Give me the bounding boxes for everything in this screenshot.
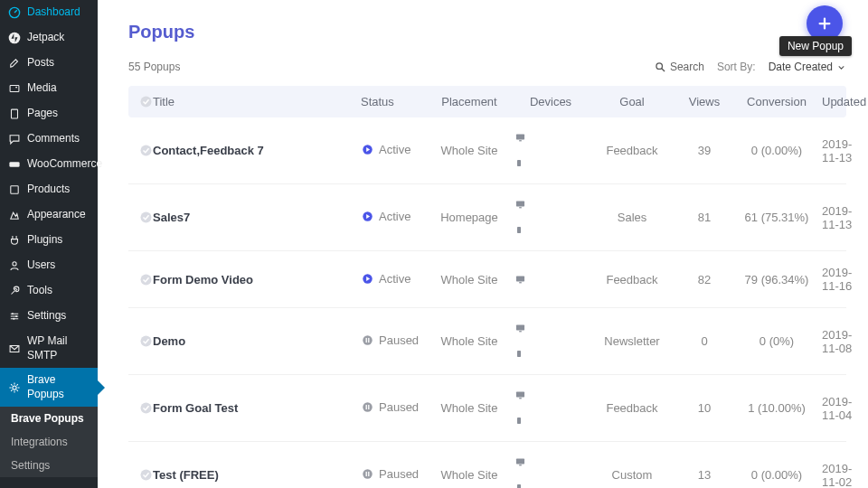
header-updated[interactable]: Updated — [822, 95, 866, 108]
row-select-checkbox[interactable] — [139, 144, 153, 157]
cell-placement: Whole Site — [424, 144, 514, 157]
row-select-checkbox[interactable] — [139, 211, 153, 224]
products-icon — [7, 183, 22, 197]
table-row[interactable]: Form Goal TestPausedWhole SiteFeedback10… — [128, 375, 846, 442]
row-select-checkbox[interactable] — [139, 468, 153, 482]
submenu-item-settings[interactable]: Settings — [0, 454, 98, 477]
sidebar-item-label: Products — [27, 183, 70, 197]
cell-updated: 2019-11-08 — [822, 328, 852, 355]
mobile-icon — [514, 415, 587, 427]
desktop-icon — [514, 274, 587, 286]
check-circle-icon — [139, 273, 153, 286]
row-select-checkbox[interactable] — [139, 273, 153, 286]
cell-conversion: 0 (0%) — [731, 334, 822, 348]
pin-icon — [7, 56, 22, 70]
sidebar-submenu: Brave Popups Integrations Settings — [0, 407, 98, 477]
plugins-icon — [7, 233, 22, 248]
pause-circle-icon — [361, 334, 373, 347]
sidebar-item-pages[interactable]: Pages — [0, 101, 98, 127]
cell-goal: Feedback — [587, 273, 677, 286]
mail-icon — [7, 342, 22, 356]
submenu-item-integrations[interactable]: Integrations — [0, 430, 98, 454]
cell-title: Sales7 — [153, 211, 361, 224]
sidebar-item-jetpack[interactable]: Jetpack — [0, 25, 98, 51]
plus-icon — [816, 15, 833, 32]
cell-status: Active — [361, 272, 424, 287]
page-title: Popups — [128, 22, 846, 42]
select-all-checkbox[interactable] — [139, 95, 153, 108]
sidebar-item-users[interactable]: Users — [0, 253, 98, 278]
check-circle-icon — [139, 144, 153, 157]
sidebar-item-label: Jetpack — [27, 31, 64, 45]
header-title[interactable]: Title — [153, 95, 361, 108]
sidebar-item-settings[interactable]: Settings — [0, 304, 98, 329]
table-row[interactable]: Test (FREE)PausedWhole SiteCustom130 (0.… — [128, 442, 846, 488]
desktop-icon — [514, 132, 587, 144]
main-content: New Popup Popups 55 Popups Search Sort B… — [98, 0, 868, 488]
cell-views: 82 — [677, 273, 731, 286]
row-select-checkbox[interactable] — [139, 401, 153, 415]
cell-devices — [514, 389, 587, 427]
sidebar-item-media[interactable]: Media — [0, 76, 98, 101]
sidebar-item-tools[interactable]: Tools — [0, 278, 98, 304]
header-views[interactable]: Views — [677, 95, 731, 108]
sidebar-item-label: Appearance — [27, 208, 86, 222]
desktop-icon — [514, 199, 587, 211]
media-icon — [7, 81, 22, 96]
chevron-down-icon — [836, 62, 846, 72]
sidebar-item-label: Tools — [27, 284, 52, 298]
settings-icon — [7, 309, 22, 324]
mobile-icon — [514, 224, 587, 236]
search-button[interactable]: Search — [655, 61, 704, 73]
sidebar-item-products[interactable]: Products — [0, 177, 98, 202]
sidebar-item-comments[interactable]: Comments — [0, 127, 98, 152]
sidebar-item-label: Pages — [27, 107, 58, 121]
row-select-checkbox[interactable] — [139, 334, 153, 348]
new-popup-tooltip: New Popup — [779, 36, 852, 56]
play-circle-icon — [361, 144, 373, 156]
header-devices[interactable]: Devices — [514, 95, 587, 108]
jetpack-icon — [7, 31, 22, 45]
cell-placement: Homepage — [424, 211, 514, 224]
header-goal[interactable]: Goal — [587, 95, 677, 108]
cell-goal: Feedback — [587, 144, 677, 157]
mobile-icon — [514, 482, 587, 488]
cell-placement: Whole Site — [424, 273, 514, 286]
sidebar-item-posts[interactable]: Posts — [0, 51, 98, 76]
page-icon — [7, 107, 22, 121]
cell-placement: Whole Site — [424, 468, 514, 482]
sidebar-item-brave-popups[interactable]: Brave Popups — [0, 368, 98, 407]
mobile-icon — [514, 348, 587, 360]
play-circle-icon — [361, 272, 373, 285]
submenu-item-brave-popups[interactable]: Brave Popups — [0, 407, 98, 430]
comments-icon — [7, 132, 22, 146]
cell-conversion: 79 (96.34%) — [731, 273, 822, 286]
sidebar-item-plugins[interactable]: Plugins — [0, 228, 98, 253]
popup-count: 55 Popups — [128, 61, 180, 73]
cell-conversion: 0 (0.00%) — [731, 144, 822, 157]
sidebar-item-wp-mail-smtp[interactable]: WP Mail SMTP — [0, 329, 98, 368]
sortby-label: Sort By: — [717, 61, 756, 73]
table-row[interactable]: Contact,Feedback 7ActiveWhole SiteFeedba… — [128, 117, 846, 184]
sidebar-item-label: Comments — [27, 132, 80, 146]
table-row[interactable]: Form Demo VideoActiveWhole SiteFeedback8… — [128, 251, 846, 308]
cell-goal: Custom — [587, 468, 677, 482]
table-row[interactable]: DemoPausedWhole SiteNewsletter00 (0%)201… — [128, 308, 846, 375]
collapse-menu-button[interactable]: Collapse menu — [0, 484, 98, 488]
cell-devices — [514, 199, 587, 236]
cell-status: Paused — [361, 467, 424, 483]
header-conversion[interactable]: Conversion — [731, 95, 822, 108]
sidebar-item-woocommerce[interactable]: WooCommerce — [0, 152, 98, 177]
cell-status: Active — [361, 143, 424, 158]
sortby-dropdown[interactable]: Date Created — [769, 61, 846, 73]
table-row[interactable]: Sales7ActiveHomepageSales8161 (75.31%)20… — [128, 184, 846, 251]
popups-table: Title Status Placement Devices Goal View… — [128, 86, 846, 488]
mobile-icon — [514, 157, 587, 169]
header-placement[interactable]: Placement — [424, 95, 514, 108]
woo-icon — [7, 157, 22, 172]
cell-placement: Whole Site — [424, 401, 514, 415]
cell-title: Contact,Feedback 7 — [153, 144, 361, 157]
header-status[interactable]: Status — [361, 95, 424, 108]
sidebar-item-dashboard[interactable]: Dashboard — [0, 0, 98, 25]
sidebar-item-appearance[interactable]: Appearance — [0, 202, 98, 228]
